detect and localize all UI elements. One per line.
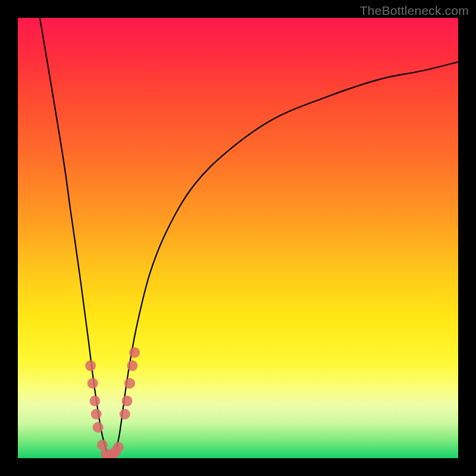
scatter-point bbox=[127, 361, 137, 371]
scatter-point bbox=[124, 378, 135, 389]
chart-svg bbox=[18, 18, 458, 458]
watermark-text: TheBottleneck.com bbox=[360, 4, 469, 18]
scatter-point bbox=[122, 396, 133, 406]
scatter-point bbox=[91, 409, 102, 419]
plot-area bbox=[18, 18, 458, 458]
scatter-point bbox=[129, 347, 140, 358]
scatter-point bbox=[120, 409, 130, 419]
scatter-cluster bbox=[85, 347, 140, 458]
scatter-point bbox=[93, 422, 104, 433]
bottleneck-curve bbox=[40, 18, 458, 458]
scatter-point bbox=[90, 396, 101, 406]
scatter-point bbox=[113, 442, 124, 453]
scatter-point bbox=[87, 378, 98, 389]
chart-container: TheBottleneck.com bbox=[0, 0, 476, 476]
scatter-point bbox=[85, 361, 96, 371]
